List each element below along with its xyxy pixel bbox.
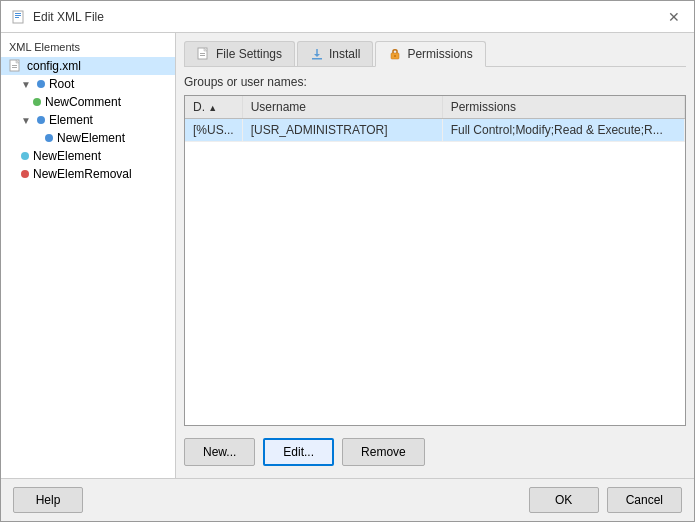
table-row[interactable]: [%US... [USR_ADMINISTRATOR] Full Control… xyxy=(185,119,685,142)
cell-username: [USR_ADMINISTRATOR] xyxy=(242,119,442,142)
main-content: XML Elements config.xml ▼ Root xyxy=(1,33,694,478)
sidebar-item-newelement[interactable]: NewElement xyxy=(1,147,175,165)
tab-label: Install xyxy=(329,47,360,61)
tab-permissions[interactable]: Permissions xyxy=(375,41,485,67)
file-settings-icon xyxy=(197,47,211,61)
help-button[interactable]: Help xyxy=(13,487,83,513)
cell-permissions: Full Control;Modify;Read & Execute;R... xyxy=(442,119,684,142)
edit-xml-dialog: Edit XML File ✕ XML Elements config.xml xyxy=(0,0,695,522)
svg-rect-2 xyxy=(15,15,21,16)
sidebar-item-root[interactable]: ▼ Root xyxy=(1,75,175,93)
item-dot-red xyxy=(21,170,29,178)
sidebar-item-label: NewElemRemoval xyxy=(33,167,132,181)
sidebar-item-label: Element xyxy=(49,113,93,127)
item-dot-blue xyxy=(45,134,53,142)
sidebar-item-config-xml[interactable]: config.xml xyxy=(1,57,175,75)
expand-arrow: ▼ xyxy=(21,79,31,90)
sidebar-item-newelement-child[interactable]: NewElement xyxy=(1,129,175,147)
remove-button[interactable]: Remove xyxy=(342,438,425,466)
svg-rect-9 xyxy=(200,55,205,56)
dialog-title: Edit XML File xyxy=(33,10,104,24)
sidebar-item-label: NewComment xyxy=(45,95,121,109)
item-dot-blue xyxy=(37,116,45,124)
cancel-button[interactable]: Cancel xyxy=(607,487,682,513)
footer-right: OK Cancel xyxy=(529,487,682,513)
svg-rect-8 xyxy=(200,53,205,54)
sidebar-item-label: NewElement xyxy=(33,149,101,163)
title-bar: Edit XML File ✕ xyxy=(1,1,694,33)
sidebar-item-element[interactable]: ▼ Element xyxy=(1,111,175,129)
sidebar: XML Elements config.xml ▼ Root xyxy=(1,33,176,478)
svg-rect-3 xyxy=(15,17,19,18)
title-bar-left: Edit XML File xyxy=(11,9,104,25)
svg-rect-5 xyxy=(12,65,17,66)
footer-left: Help xyxy=(13,487,83,513)
item-dot-teal xyxy=(21,152,29,160)
ok-button[interactable]: OK xyxy=(529,487,599,513)
close-button[interactable]: ✕ xyxy=(664,7,684,27)
sidebar-item-newcomment[interactable]: NewComment xyxy=(1,93,175,111)
dialog-footer: Help OK Cancel xyxy=(1,478,694,521)
column-header-permissions[interactable]: Permissions xyxy=(442,96,684,119)
sidebar-item-label: Root xyxy=(49,77,74,91)
item-dot-blue xyxy=(37,80,45,88)
permissions-table-container: D. Username Permissions [%US... xyxy=(184,95,686,426)
file-icon xyxy=(9,59,23,73)
permissions-table: D. Username Permissions [%US... xyxy=(185,96,685,142)
svg-point-14 xyxy=(394,55,396,57)
svg-marker-11 xyxy=(314,54,320,57)
column-header-username[interactable]: Username xyxy=(242,96,442,119)
permissions-buttons: New... Edit... Remove xyxy=(184,434,686,470)
sidebar-header: XML Elements xyxy=(1,37,175,57)
sidebar-item-label: NewElement xyxy=(57,131,125,145)
expand-arrow: ▼ xyxy=(21,115,31,126)
tab-file-settings[interactable]: File Settings xyxy=(184,41,295,66)
dialog-icon xyxy=(11,9,27,25)
tab-install[interactable]: Install xyxy=(297,41,373,66)
tab-label: File Settings xyxy=(216,47,282,61)
svg-rect-6 xyxy=(12,67,17,68)
new-button[interactable]: New... xyxy=(184,438,255,466)
sidebar-item-newelemremoval[interactable]: NewElemRemoval xyxy=(1,165,175,183)
column-header-d[interactable]: D. xyxy=(185,96,242,119)
cell-d: [%US... xyxy=(185,119,242,142)
table-header-row: D. Username Permissions xyxy=(185,96,685,119)
tab-bar: File Settings Install xyxy=(184,41,686,67)
svg-rect-1 xyxy=(15,13,21,14)
main-panel: File Settings Install xyxy=(176,33,694,478)
edit-button[interactable]: Edit... xyxy=(263,438,334,466)
permissions-icon xyxy=(388,47,402,61)
item-dot-green xyxy=(33,98,41,106)
section-label: Groups or user names: xyxy=(184,75,686,89)
svg-rect-12 xyxy=(312,58,322,60)
install-icon xyxy=(310,47,324,61)
sidebar-item-label: config.xml xyxy=(27,59,81,73)
tab-label: Permissions xyxy=(407,47,472,61)
